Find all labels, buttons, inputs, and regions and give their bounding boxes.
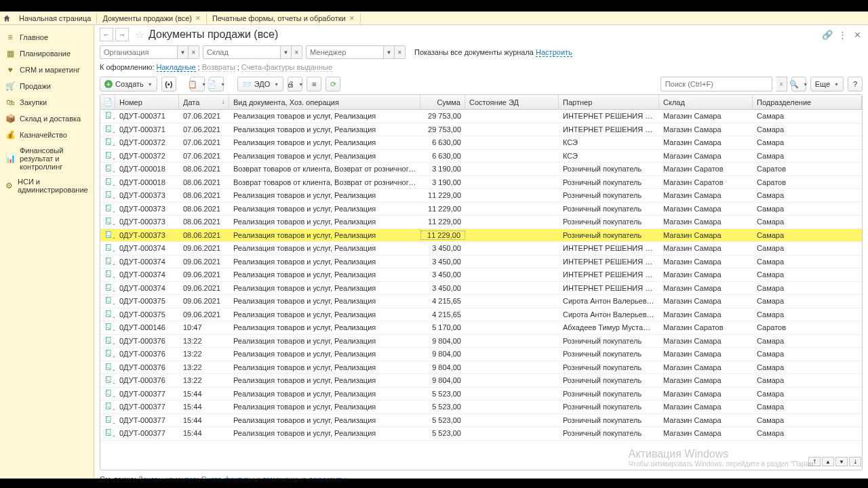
status-button[interactable]: (•) <box>161 77 176 92</box>
column-partner[interactable]: Партнер <box>559 95 659 109</box>
table-row[interactable]: 0ДУТ-000377 15:44 Реализация товаров и у… <box>100 427 862 441</box>
table-row[interactable]: 0ДУТ-000374 09.06.2021 Реализация товаро… <box>100 256 862 269</box>
column-division[interactable]: Подразделение <box>753 95 862 109</box>
sidebar-item-4[interactable]: 🛍Закупки <box>0 94 94 110</box>
more-button[interactable]: Еще▼ <box>810 77 844 92</box>
table-row[interactable]: 0ДУТ-000373 08.06.2021 Реализация товаро… <box>100 229 862 243</box>
svg-point-17 <box>106 219 108 220</box>
copy-button[interactable]: 📋▼ <box>190 77 205 92</box>
sidebar-item-6[interactable]: 💰Казначейство <box>0 127 94 143</box>
sidebar-item-1[interactable]: ▦Планирование <box>0 45 94 62</box>
organization-filter[interactable]: ▼ × <box>100 45 199 59</box>
sidebar-item-7[interactable]: 📊Финансовый результат и контроллинг <box>0 143 94 174</box>
cell-sum: 9 804,00 <box>420 337 465 345</box>
invoices-link[interactable]: Накладные <box>157 63 196 72</box>
returns-link[interactable]: Возвраты <box>202 63 235 72</box>
table-row[interactable]: 0ДУТ-000375 09.06.2021 Реализация товаро… <box>100 295 862 308</box>
manager-filter[interactable]: ▼ × <box>306 45 406 59</box>
cell-warehouse: Магазин Самара <box>659 138 753 146</box>
table-row[interactable]: 0ДУТ-000018 08.06.2021 Возврат товаров о… <box>100 176 862 190</box>
column-icon[interactable]: 📄 <box>100 95 115 109</box>
scroll-up-button[interactable]: ▲ <box>822 457 834 466</box>
column-number[interactable]: Номер <box>115 95 179 109</box>
search-clear-icon[interactable]: × <box>776 77 787 92</box>
row-icon <box>100 204 115 214</box>
column-ed-status[interactable]: Состояние ЭД <box>465 95 559 109</box>
table-row[interactable]: 0ДУТ-000374 09.06.2021 Реализация товаро… <box>100 242 862 256</box>
table-row[interactable]: 0ДУТ-000371 07.06.2021 Реализация товаро… <box>100 110 862 123</box>
cell-partner: ИНТЕРНЕТ РЕШЕНИЯ ООО <box>559 125 659 134</box>
column-warehouse[interactable]: Склад <box>659 95 753 109</box>
create-button[interactable]: +Создать▼ <box>100 77 157 92</box>
table-row[interactable]: 0ДУТ-000018 08.06.2021 Возврат товаров о… <box>100 163 862 176</box>
table-row[interactable]: 0ДУТ-000376 13:22 Реализация товаров и у… <box>100 335 862 348</box>
table-row[interactable]: 0ДУТ-000146 10:47 Реализация товаров и у… <box>100 321 862 335</box>
table-row[interactable]: 0ДУТ-000372 07.06.2021 Реализация товаро… <box>100 150 862 163</box>
sidebar-item-0[interactable]: ≡Главное <box>0 29 94 45</box>
cell-partner: Розничный покупатель <box>559 416 659 424</box>
basis-button[interactable]: 📄▼ <box>209 77 224 92</box>
help-button[interactable]: ? <box>848 77 863 92</box>
print-button[interactable]: 🖨▼ <box>288 77 302 92</box>
report-button[interactable]: ≡ <box>307 77 321 92</box>
warehouse-input[interactable] <box>203 45 281 59</box>
table-row[interactable]: 0ДУТ-000377 15:44 Реализация товаров и у… <box>100 401 862 414</box>
cell-division: Самара <box>753 297 862 305</box>
tab-home[interactable]: Начальная страница <box>14 13 97 24</box>
table-row[interactable]: 0ДУТ-000375 09.06.2021 Реализация товаро… <box>100 308 862 322</box>
manager-input[interactable] <box>306 45 384 59</box>
table-body[interactable]: 0ДУТ-000371 07.06.2021 Реализация товаро… <box>100 110 862 470</box>
search-input[interactable] <box>660 77 772 92</box>
column-doctype[interactable]: Вид документа, Хоз. операция <box>229 95 420 109</box>
cell-number: 0ДУТ-000377 <box>115 416 179 424</box>
nav-back-button[interactable]: ← <box>100 28 113 41</box>
warehouse-filter[interactable]: ▼ × <box>203 45 302 59</box>
row-icon <box>100 402 115 411</box>
table-row[interactable]: 0ДУТ-000374 09.06.2021 Реализация товаро… <box>100 268 862 282</box>
edo-button[interactable]: 📨 ЭДО▼ <box>237 77 283 92</box>
table-row[interactable]: 0ДУТ-000373 08.06.2021 Реализация товаро… <box>100 216 862 229</box>
cell-division: Самара <box>753 218 862 226</box>
table-row[interactable]: 0ДУТ-000371 07.06.2021 Реализация товаро… <box>100 123 862 137</box>
table-row[interactable]: 0ДУТ-000374 09.06.2021 Реализация товаро… <box>100 282 862 296</box>
scroll-down-button[interactable]: ▼ <box>835 457 848 466</box>
clear-icon[interactable]: × <box>395 45 406 59</box>
close-icon[interactable]: ✕ <box>852 29 863 40</box>
table-row[interactable]: 0ДУТ-000376 13:22 Реализация товаров и у… <box>100 361 862 375</box>
table-row[interactable]: 0ДУТ-000376 13:22 Реализация товаров и у… <box>100 374 862 388</box>
table-row[interactable]: 0ДУТ-000373 08.06.2021 Реализация товаро… <box>100 203 862 216</box>
scroll-top-button[interactable]: ⤒ <box>808 457 821 466</box>
invoices-out-link[interactable]: Счета-фактуры выданные <box>241 63 332 72</box>
search-button[interactable]: 🔍▼ <box>791 77 806 92</box>
close-icon[interactable]: ✕ <box>195 15 201 22</box>
tab-sales-docs[interactable]: Документы продажи (все)✕ <box>97 13 206 24</box>
tab-print-forms[interactable]: Печатные формы, отчеты и обработки✕ <box>207 13 361 24</box>
row-icon <box>100 296 115 306</box>
nav-forward-button[interactable]: → <box>115 28 129 41</box>
link-icon[interactable]: 🔗 <box>822 29 833 40</box>
configure-link[interactable]: Настроить <box>536 48 572 57</box>
sidebar-item-8[interactable]: ⚙НСИ и администрирование <box>0 174 94 197</box>
cell-number: 0ДУТ-000377 <box>115 403 179 411</box>
sidebar-item-2[interactable]: ♥CRM и маркетинг <box>0 62 94 78</box>
clear-icon[interactable]: × <box>189 45 199 59</box>
scroll-bottom-button[interactable]: ⤓ <box>849 457 861 466</box>
table-row[interactable]: 0ДУТ-000377 15:44 Реализация товаров и у… <box>100 414 862 428</box>
column-sum[interactable]: Сумма <box>420 95 465 109</box>
organization-input[interactable] <box>100 45 178 59</box>
sidebar-item-5[interactable]: 📦Склад и доставка <box>0 110 94 127</box>
chevron-down-icon[interactable]: ▼ <box>178 45 189 59</box>
table-row[interactable]: 0ДУТ-000377 15:44 Реализация товаров и у… <box>100 388 862 401</box>
table-row[interactable]: 0ДУТ-000373 08.06.2021 Реализация товаро… <box>100 189 862 203</box>
clear-icon[interactable]: × <box>292 45 302 59</box>
more-vertical-icon[interactable]: ⋮ <box>837 29 848 40</box>
chevron-down-icon[interactable]: ▼ <box>384 45 395 59</box>
refresh-button[interactable]: ⟳ <box>326 77 340 92</box>
table-row[interactable]: 0ДУТ-000372 07.06.2021 Реализация товаро… <box>100 136 862 150</box>
close-icon[interactable]: ✕ <box>349 15 355 22</box>
favorite-icon[interactable]: ☆ <box>135 28 144 41</box>
table-row[interactable]: 0ДУТ-000376 13:22 Реализация товаров и у… <box>100 348 862 361</box>
chevron-down-icon[interactable]: ▼ <box>281 45 292 59</box>
column-date[interactable]: Дата↓ <box>179 95 229 109</box>
sidebar-item-3[interactable]: 🛒Продажи <box>0 78 94 94</box>
